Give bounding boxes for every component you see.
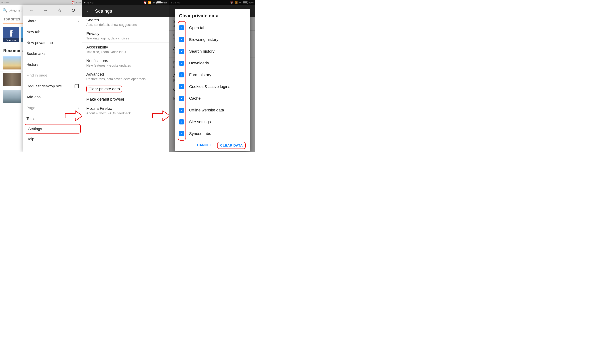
checkbox-checked-icon[interactable]: ✓ (179, 61, 184, 66)
settings-row-accessibility[interactable]: Accessibility Text size, zoom, voice inp… (82, 43, 169, 56)
settings-row-notifications[interactable]: Notifications New features, website upda… (82, 56, 169, 70)
checkbox-checked-icon[interactable]: ✓ (179, 119, 184, 124)
thumbnail (3, 90, 21, 103)
back-icon[interactable]: ← (86, 8, 91, 14)
settings-row-advanced[interactable]: Advanced Restore tabs, data saver, devel… (82, 70, 169, 83)
star-icon[interactable]: ☆ (56, 7, 63, 13)
thumbnail (3, 56, 21, 69)
menu-share[interactable]: Share › (23, 15, 82, 26)
clear-data-button[interactable]: CLEAR DATA (217, 142, 246, 149)
airplane-icon: ✈ (153, 1, 155, 4)
search-icon: 🔍 (2, 8, 7, 13)
reload-icon[interactable]: ⟳ (70, 7, 77, 13)
settings-row-default-browser[interactable]: Make default browser (82, 95, 169, 104)
dialog-actions: CANCEL CLEAR DATA (179, 142, 246, 149)
app-bar: ← Settings (82, 5, 169, 17)
menu-help[interactable]: Help (23, 133, 82, 144)
chevron-right-icon: › (78, 19, 79, 23)
check-offline-data[interactable]: ✓Offline website data (179, 104, 246, 116)
checkbox-icon[interactable] (75, 84, 79, 88)
forward-icon[interactable]: → (42, 7, 49, 13)
back-icon[interactable]: ← (28, 7, 35, 13)
menu-nav-row: ← → ☆ ⟳ (23, 5, 82, 15)
tile-facebook[interactable]: facebook (3, 27, 19, 42)
status-icons: ⏰ ✈ ▭ (72, 1, 81, 4)
settings-row-search[interactable]: Search Add, set default, show suggestion… (82, 17, 169, 29)
checkbox-checked-icon[interactable]: ✓ (179, 96, 184, 101)
check-search-history[interactable]: ✓Search history (179, 45, 246, 57)
checkbox-checked-icon[interactable]: ✓ (179, 49, 184, 54)
panel-clear-data-dialog: 6:35 PM ⏰ 📶 ✈ 95% SA PT AT NN AR C M Cle… (169, 0, 255, 152)
checkbox-checked-icon[interactable]: ✓ (179, 108, 184, 113)
menu-request-desktop[interactable]: Request desktop site (23, 81, 82, 91)
menu-history[interactable]: History (23, 59, 82, 70)
checkbox-checked-icon[interactable]: ✓ (179, 37, 184, 42)
status-bar: 6:35 PM ⏰ 📶 ✈ 95% (82, 0, 169, 5)
check-cookies[interactable]: ✓Cookies & active logins (179, 81, 246, 92)
check-site-settings[interactable]: ✓Site settings (179, 116, 246, 128)
checkbox-checked-icon[interactable]: ✓ (179, 25, 184, 30)
overflow-menu: ← → ☆ ⟳ Share › New tab New private tab … (23, 5, 82, 152)
check-synced-tabs[interactable]: ✓Synced tabs (179, 128, 246, 140)
settings-row-privacy[interactable]: Privacy Tracking, logins, data choices (82, 29, 169, 43)
wifi-icon: 📶 (148, 1, 151, 4)
check-browsing-history[interactable]: ✓Browsing history (179, 34, 246, 45)
status-icons: ⏰ 📶 ✈ 95% (144, 1, 167, 4)
callout-clear-private-data: Clear private data (86, 86, 122, 92)
menu-bookmarks[interactable]: Bookmarks (23, 48, 82, 59)
callout-arrow-icon (65, 110, 82, 122)
panel-settings: 6:35 PM ⏰ 📶 ✈ 95% ← Settings Search Add,… (82, 0, 169, 152)
check-cache[interactable]: ✓Cache (179, 92, 246, 104)
page-title: Settings (95, 8, 112, 14)
status-time: 6:34 PM (1, 1, 10, 4)
settings-row-clear-private-data[interactable]: Clear private data (82, 83, 169, 95)
callout-arrow-icon (152, 110, 169, 122)
menu-settings[interactable]: Settings (25, 124, 80, 133)
status-bar: 6:34 PM ⏰ ✈ ▭ (0, 0, 82, 5)
battery-icon: 95% (156, 1, 167, 4)
status-time: 6:35 PM (84, 1, 93, 4)
cancel-button[interactable]: CANCEL (196, 142, 213, 149)
checkbox-checked-icon[interactable]: ✓ (179, 131, 184, 136)
menu-addons[interactable]: Add-ons (23, 91, 82, 102)
menu-find-in-page: Find in page (23, 70, 82, 81)
check-downloads[interactable]: ✓Downloads (179, 57, 246, 69)
menu-new-private-tab[interactable]: New private tab (23, 37, 82, 48)
checkbox-checked-icon[interactable]: ✓ (179, 72, 184, 78)
alarm-icon: ⏰ (144, 1, 147, 4)
dialog-title: Clear private data (179, 13, 246, 19)
checkbox-checked-icon[interactable]: ✓ (179, 84, 184, 89)
chevron-right-icon: › (78, 106, 79, 110)
thumbnail (3, 73, 21, 86)
panel-browser-menu: 6:34 PM ⏰ ✈ ▭ 🔍 Search or enter address … (0, 0, 82, 152)
callout-settings: Settings (25, 124, 81, 133)
check-form-history[interactable]: ✓Form history (179, 69, 246, 81)
check-open-tabs[interactable]: ✓Open tabs (179, 22, 246, 34)
menu-new-tab[interactable]: New tab (23, 26, 82, 37)
clear-data-dialog: Clear private data ✓Open tabs ✓Browsing … (175, 9, 250, 151)
